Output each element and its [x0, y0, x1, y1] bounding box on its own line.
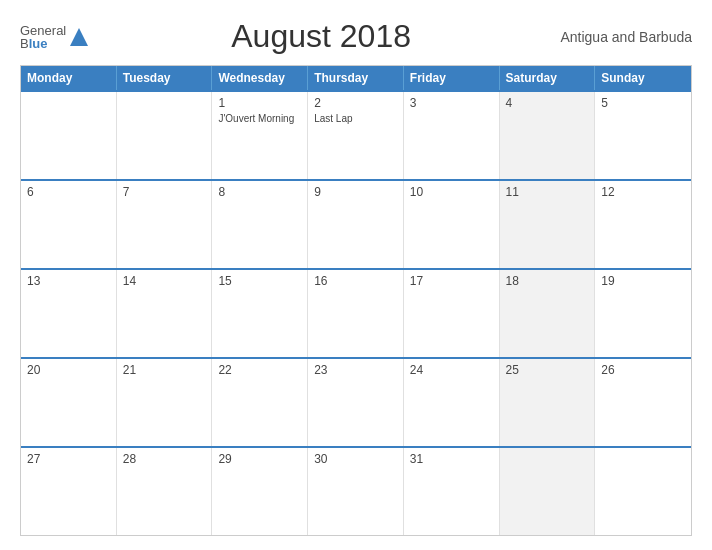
cal-cell: 30	[308, 448, 404, 535]
cal-cell: 6	[21, 181, 117, 268]
day-number: 21	[123, 363, 206, 377]
day-number: 15	[218, 274, 301, 288]
day-number: 23	[314, 363, 397, 377]
month-title: August 2018	[90, 18, 552, 55]
day-number: 14	[123, 274, 206, 288]
calendar-page: General Blue August 2018 Antigua and Bar…	[0, 0, 712, 550]
logo-icon	[68, 26, 90, 48]
page-header: General Blue August 2018 Antigua and Bar…	[20, 18, 692, 55]
cal-cell: 19	[595, 270, 691, 357]
cal-cell: 14	[117, 270, 213, 357]
day-number: 9	[314, 185, 397, 199]
calendar-week-2: 6789101112	[21, 179, 691, 268]
cal-cell: 13	[21, 270, 117, 357]
day-number: 28	[123, 452, 206, 466]
calendar-week-1: 1J'Ouvert Morning2Last Lap345	[21, 90, 691, 179]
day-number: 18	[506, 274, 589, 288]
cal-cell	[117, 92, 213, 179]
cal-cell: 4	[500, 92, 596, 179]
cal-cell: 1J'Ouvert Morning	[212, 92, 308, 179]
cal-cell: 9	[308, 181, 404, 268]
cal-cell: 16	[308, 270, 404, 357]
header-tuesday: Tuesday	[117, 66, 213, 90]
day-number: 30	[314, 452, 397, 466]
svg-marker-0	[70, 28, 88, 46]
cal-cell: 15	[212, 270, 308, 357]
cal-cell: 24	[404, 359, 500, 446]
day-number: 29	[218, 452, 301, 466]
cal-cell: 23	[308, 359, 404, 446]
cal-cell: 26	[595, 359, 691, 446]
cal-cell: 7	[117, 181, 213, 268]
calendar-header: Monday Tuesday Wednesday Thursday Friday…	[21, 66, 691, 90]
country-label: Antigua and Barbuda	[552, 29, 692, 45]
event-label: J'Ouvert Morning	[218, 112, 301, 125]
cal-cell: 28	[117, 448, 213, 535]
day-number: 19	[601, 274, 685, 288]
cal-cell: 31	[404, 448, 500, 535]
header-monday: Monday	[21, 66, 117, 90]
cal-cell: 12	[595, 181, 691, 268]
day-number: 16	[314, 274, 397, 288]
calendar-body: 1J'Ouvert Morning2Last Lap34567891011121…	[21, 90, 691, 535]
day-number: 1	[218, 96, 301, 110]
day-number: 2	[314, 96, 397, 110]
calendar-week-5: 2728293031	[21, 446, 691, 535]
header-friday: Friday	[404, 66, 500, 90]
cal-cell: 18	[500, 270, 596, 357]
day-number: 25	[506, 363, 589, 377]
day-number: 3	[410, 96, 493, 110]
day-number: 12	[601, 185, 685, 199]
cal-cell: 22	[212, 359, 308, 446]
day-number: 7	[123, 185, 206, 199]
cal-cell: 25	[500, 359, 596, 446]
cal-cell: 27	[21, 448, 117, 535]
day-number: 11	[506, 185, 589, 199]
day-number: 13	[27, 274, 110, 288]
day-number: 22	[218, 363, 301, 377]
day-number: 10	[410, 185, 493, 199]
day-number: 27	[27, 452, 110, 466]
calendar-week-3: 13141516171819	[21, 268, 691, 357]
day-number: 24	[410, 363, 493, 377]
cal-cell: 21	[117, 359, 213, 446]
cal-cell: 3	[404, 92, 500, 179]
header-wednesday: Wednesday	[212, 66, 308, 90]
header-thursday: Thursday	[308, 66, 404, 90]
cal-cell	[595, 448, 691, 535]
calendar: Monday Tuesday Wednesday Thursday Friday…	[20, 65, 692, 536]
cal-cell: 2Last Lap	[308, 92, 404, 179]
cal-cell: 20	[21, 359, 117, 446]
cal-cell: 17	[404, 270, 500, 357]
cal-cell: 29	[212, 448, 308, 535]
calendar-week-4: 20212223242526	[21, 357, 691, 446]
day-number: 4	[506, 96, 589, 110]
header-sunday: Sunday	[595, 66, 691, 90]
day-number: 20	[27, 363, 110, 377]
day-number: 6	[27, 185, 110, 199]
cal-cell: 8	[212, 181, 308, 268]
logo: General Blue	[20, 24, 90, 50]
day-number: 31	[410, 452, 493, 466]
cal-cell: 5	[595, 92, 691, 179]
day-number: 17	[410, 274, 493, 288]
day-number: 8	[218, 185, 301, 199]
day-number: 5	[601, 96, 685, 110]
cal-cell: 11	[500, 181, 596, 268]
header-saturday: Saturday	[500, 66, 596, 90]
event-label: Last Lap	[314, 112, 397, 125]
day-number: 26	[601, 363, 685, 377]
logo-line2: Blue	[20, 37, 66, 50]
cal-cell: 10	[404, 181, 500, 268]
cal-cell	[21, 92, 117, 179]
cal-cell	[500, 448, 596, 535]
